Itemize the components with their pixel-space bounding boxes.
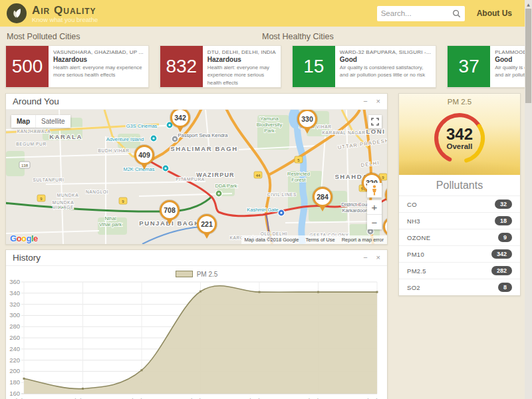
page-scrollbar[interactable]: ▲ xyxy=(525,0,532,399)
map-label: Kashmiri Gate xyxy=(247,207,279,213)
map-poi-icon[interactable] xyxy=(162,165,169,172)
aqi-value-box: 500 xyxy=(6,46,49,87)
scrollbar-thumb[interactable] xyxy=(525,9,531,103)
route-shield: 44 xyxy=(254,172,262,178)
pollutants-list: CO32NH318OZONE9PM10342PM2.5282SO28 xyxy=(399,196,520,295)
map-poi-icon[interactable] xyxy=(215,190,222,197)
map-label: Nihal xyxy=(104,215,116,221)
card-city-name: VASUNDHARA, GHAZIABAD, UP ... xyxy=(53,49,144,55)
map-label: Passport Seva Kendra xyxy=(178,132,228,138)
city-card[interactable]: 500VASUNDHARA, GHAZIABAD, UP ...Hazardou… xyxy=(5,45,149,88)
aqi-map-marker[interactable]: 708 xyxy=(160,200,180,225)
map-label: G3S Cinemas xyxy=(126,123,158,129)
pegman-icon[interactable] xyxy=(367,183,382,198)
app-logo: Air Quality Know what you breathe xyxy=(7,3,98,23)
map-label: NANGLOI xyxy=(86,190,108,194)
map-label: DELHI xyxy=(360,160,380,168)
pollutant-row[interactable]: CO32 xyxy=(399,196,520,212)
aqi-marker-tail xyxy=(177,126,184,132)
city-card[interactable]: 832DTU, DELHI, DELHI, INDIAHazardousHeal… xyxy=(160,45,281,88)
map-label: BUDH VIHAR xyxy=(98,148,129,153)
route-shield: 9 xyxy=(119,198,127,204)
city-card[interactable]: 15WARD-32 BAPUPARA, SILIGURI -...GoodAir… xyxy=(292,45,436,88)
search-icon[interactable] xyxy=(452,9,461,18)
google-map[interactable]: 13899544579KANJHAWALAKARALABEGUM PURBUDH… xyxy=(6,110,387,244)
card-city-name: WARD-32 BAPUPARA, SILIGURI -... xyxy=(340,49,431,55)
pollutant-row[interactable]: SO28 xyxy=(399,279,520,295)
card-city-name: DTU, DELHI, DELHI, INDIA xyxy=(207,49,276,55)
map-label: SHALIMAR BAGH xyxy=(170,145,238,152)
city-card[interactable]: 37PLAMMOODU, THIRUVANANTH...GoodAir qual… xyxy=(447,45,532,88)
legend-label: PM 2.5 xyxy=(197,271,218,278)
aqi-map-marker[interactable]: 284 xyxy=(313,187,332,211)
close-icon[interactable]: × xyxy=(376,98,380,105)
map-poi-icon[interactable] xyxy=(278,209,285,216)
aqi-marker-tail xyxy=(319,205,326,211)
zoom-out-button[interactable]: − xyxy=(367,215,382,229)
minimize-icon[interactable]: − xyxy=(363,254,367,261)
search-box xyxy=(377,6,465,21)
pollutant-value-badge: 8 xyxy=(498,283,512,292)
aqi-marker-value: 40 xyxy=(383,217,387,237)
aqi-marker-value: 284 xyxy=(313,187,332,207)
pollutant-row[interactable]: OZONE9 xyxy=(399,229,520,245)
aqi-map-marker[interactable]: 342 xyxy=(170,110,190,132)
map-label: DDA Park xyxy=(215,183,237,189)
map-label: Forest xyxy=(291,177,306,183)
pollutant-name: SO2 xyxy=(407,284,420,291)
history-chart: 1601802002202402602803003203403606/8/201… xyxy=(6,279,387,399)
google-logo[interactable]: Google xyxy=(10,233,38,243)
aqi-map-marker[interactable]: 40 xyxy=(383,217,387,241)
pollutant-row[interactable]: PM10342 xyxy=(399,245,520,262)
aqi-map-marker[interactable]: 221 xyxy=(197,214,217,239)
card-status: Good xyxy=(340,56,431,63)
pollutant-value-badge: 18 xyxy=(495,216,512,225)
aqi-marker-value: 708 xyxy=(160,200,180,220)
svg-text:260: 260 xyxy=(9,334,20,341)
aqi-map-marker[interactable]: 409 xyxy=(134,145,154,170)
pollutant-name: PM10 xyxy=(407,251,424,258)
aqi-map-marker[interactable]: 23 xyxy=(385,185,387,209)
pollutant-name: PM2.5 xyxy=(407,267,426,275)
terms-of-use-link[interactable]: Terms of Use xyxy=(305,237,334,243)
aqi-panel-title: PM 2.5 xyxy=(399,94,520,106)
aqi-value-box: 37 xyxy=(448,46,490,87)
aqi-marker-tail xyxy=(203,233,210,239)
map-label: WAZIRPUR xyxy=(196,172,235,178)
map-data-attribution: Map data ©2018 Google xyxy=(245,237,299,243)
map-poi-icon[interactable] xyxy=(150,135,157,142)
aqi-marker-value: 409 xyxy=(134,145,154,165)
scrollbar-up-icon[interactable]: ▲ xyxy=(525,0,532,9)
aqi-map-marker[interactable]: 330 xyxy=(297,110,317,134)
aqi-marker-value: 330 xyxy=(297,110,317,129)
pollutant-value-badge: 282 xyxy=(491,266,512,275)
route-shield: 5 xyxy=(295,156,303,163)
search-input[interactable] xyxy=(381,9,452,17)
around-you-panel: Around You − × 13899544579KANJHAWALAKARA… xyxy=(5,93,388,245)
pollutant-row[interactable]: PM2.5282 xyxy=(399,262,520,279)
svg-text:160: 160 xyxy=(9,390,20,397)
aqi-marker-value: 342 xyxy=(170,110,190,128)
about-us-link[interactable]: About Us xyxy=(477,9,512,18)
report-map-error-link[interactable]: Report a map error xyxy=(342,237,384,243)
svg-text:220: 220 xyxy=(9,356,20,364)
city-cards-row: 500VASUNDHARA, GHAZIABAD, UP ...Hazardou… xyxy=(5,45,517,88)
chart-legend[interactable]: PM 2.5 xyxy=(6,269,387,279)
legend-swatch xyxy=(176,271,193,277)
close-icon[interactable]: × xyxy=(376,254,380,261)
pollutant-name: CO xyxy=(407,201,417,208)
minimize-icon[interactable]: − xyxy=(363,98,367,105)
card-description: Health alert: everyone may experience mo… xyxy=(207,64,276,86)
leaf-logo-icon xyxy=(7,3,27,23)
pollutant-value-badge: 9 xyxy=(498,233,512,242)
pollutant-value-badge: 342 xyxy=(491,249,512,259)
map-type-map-button[interactable]: Map xyxy=(11,115,36,128)
zoom-in-button[interactable]: + xyxy=(367,200,382,215)
fullscreen-icon[interactable] xyxy=(368,115,382,128)
map-type-satellite-button[interactable]: Satellite xyxy=(36,115,70,128)
map-label: KANJHAWALA xyxy=(17,129,51,134)
card-status: Hazardous xyxy=(207,56,276,63)
aqi-marker-value: 23 xyxy=(385,185,387,205)
map-label: District Court xyxy=(341,201,370,207)
pollutant-row[interactable]: NH318 xyxy=(399,212,520,229)
